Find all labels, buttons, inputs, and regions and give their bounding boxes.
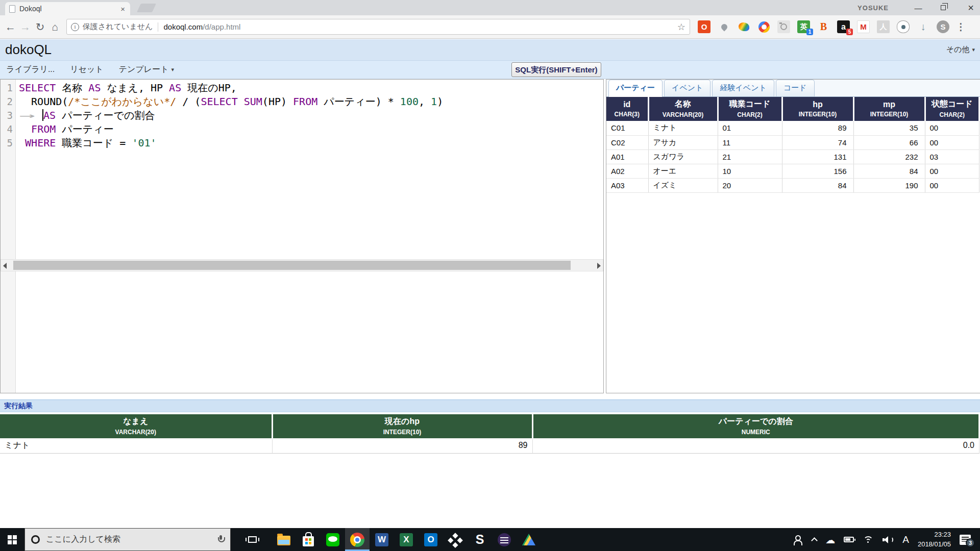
page-info-icon[interactable]: i [71,23,79,31]
security-label[interactable]: 保護されていません [83,22,153,32]
line-icon[interactable] [321,528,345,551]
code-segment: FROM [31,123,56,135]
menu-item-library[interactable]: ライブラリ... [6,64,55,75]
speaker-icon[interactable] [883,536,894,544]
reload-icon[interactable]: ↻ [33,21,47,33]
address-separator [158,22,158,32]
column-header: 名称VARCHAR(20) [648,97,718,121]
chrome-icon[interactable] [345,528,370,551]
editor-code[interactable]: SELECT 名称 AS なまえ, HP AS 現在のHP, ROUND(/*こ… [16,80,603,393]
menu-item-template[interactable]: テンプレート ▾ [119,64,174,75]
browser-tab[interactable]: Dokoql × [5,2,130,15]
outlook-icon[interactable]: O [419,528,443,551]
dokoql-app: dokoQL その他 ▾ ライブラリ... リセット テンプレート ▾ SQL実… [0,39,980,528]
english-news-icon[interactable]: 英1 [797,20,810,33]
code-line: →AS パーティーでの割合 [19,109,603,122]
dropbox-icon[interactable] [443,528,468,551]
scroll-right-arrow-icon[interactable] [597,263,601,269]
people-icon[interactable] [793,535,803,544]
column-type: CHAR(2) [721,111,779,118]
scrollbar-thumb[interactable] [13,261,571,270]
skype-icon[interactable]: S [468,528,492,551]
new-tab-button[interactable] [137,4,156,12]
schema-tab-3[interactable]: コード [776,80,815,96]
line-number: 4 [1,122,15,136]
code-segment: 100 [400,95,419,108]
column-type: CHAR(2) [928,111,977,118]
ime-indicator[interactable]: A [902,534,909,545]
taskbar-search[interactable]: ここに入力して検索 [24,528,231,551]
sql-editor[interactable]: 12345 SELECT 名称 AS なまえ, HP AS 現在のHP, ROU… [0,79,604,393]
app-menubar: ライブラリ... リセット テンプレート ▾ SQL実行(SHIFT+Enter… [0,61,980,79]
home-icon[interactable]: ⌂ [47,21,62,33]
back-icon[interactable]: ← [3,21,18,33]
more-menu-label: その他 [946,45,970,55]
notification-badge: 3 [966,538,975,547]
address-bar[interactable]: i 保護されていません dokoql.com /d/app.html ☆ [66,19,690,35]
ms-store-icon[interactable] [296,528,321,551]
tab-close-icon[interactable]: × [119,5,126,13]
b-bookmark-icon[interactable]: B [817,20,830,33]
download-arrow-icon[interactable]: ↓ [917,20,929,33]
wifi-icon[interactable] [863,536,874,544]
skype-extension-icon[interactable]: S [937,20,949,33]
eclipse-icon[interactable] [492,528,517,551]
table-cell: 66 [853,135,925,149]
task-view-button[interactable] [240,528,264,551]
map-pin-icon[interactable] [718,20,730,33]
column-type: INTEGER(10) [275,429,530,436]
office-icon[interactable]: O [698,20,710,33]
scroll-left-arrow-icon[interactable] [3,263,7,269]
cortana-icon[interactable] [31,535,40,544]
onedrive-cloud-icon[interactable]: ☁ [825,534,835,545]
color-wheel-icon[interactable] [757,20,770,33]
speech-bubble-icon[interactable] [897,20,910,33]
horizontal-scrollbar[interactable] [1,259,603,271]
table-cell: 0.0 [532,438,979,453]
app-titlebar: dokoQL その他 ▾ [0,39,980,61]
outlook-icon-glyph: O [424,533,437,546]
eclipse-icon-glyph [498,533,511,546]
editor-gutter: 12345 [1,80,16,393]
tray-chevron-up-icon[interactable] [811,537,818,544]
schema-tab-1[interactable]: イベント [664,80,710,96]
clock-date: 2018/01/05 [918,540,951,548]
google-drive-icon[interactable] [517,528,541,551]
file-explorer-icon[interactable] [272,528,296,551]
table-cell: 74 [782,135,853,149]
amazon-icon[interactable]: a5 [837,20,850,33]
schema-tab-2[interactable]: 経験イベント [712,80,774,96]
menu-item-label: リセット [70,64,104,75]
more-menu[interactable]: その他 ▾ [946,45,975,55]
chrome-profile-name[interactable]: YOSUKE [857,4,889,12]
restore-button[interactable] [941,5,946,10]
chevron-down-icon: ▾ [172,66,175,73]
word-icon[interactable]: W [370,528,394,551]
camera-icon[interactable] [777,20,790,33]
notification-center-icon[interactable]: 3 [960,535,971,545]
download-arrow-icon-label: ↓ [921,21,926,33]
minimize-button[interactable]: — [913,4,923,12]
code-segment: ROUND( [19,95,68,108]
browser-menu-icon[interactable]: ⋮ [956,21,966,33]
column-type: CHAR(3) [608,111,646,118]
battery-icon[interactable] [844,537,854,542]
rainbow-swirl-icon[interactable] [738,20,750,33]
forward-icon[interactable]: → [18,21,33,33]
code-segment: FROM [293,95,317,108]
schema-tab-0[interactable]: パーティー [608,80,663,97]
gmail-icon[interactable]: M [857,20,870,33]
menu-item-reset[interactable]: リセット [70,64,104,75]
start-button[interactable] [0,528,24,551]
excel-icon[interactable]: X [394,528,419,551]
bookmark-star-icon[interactable]: ☆ [677,21,685,33]
close-button[interactable]: × [966,2,976,14]
column-name: hp [785,100,851,109]
table-cell: 03 [925,149,979,164]
code-segment: WHERE [25,137,56,149]
adobe-pdf-icon[interactable]: 人 [877,20,890,33]
tray-clock[interactable]: 23:23 2018/01/05 [918,530,951,549]
table-cell: 00 [925,164,979,178]
sql-run-button[interactable]: SQL実行(SHIFT+Enter) [511,62,601,77]
microphone-icon[interactable] [217,535,224,545]
